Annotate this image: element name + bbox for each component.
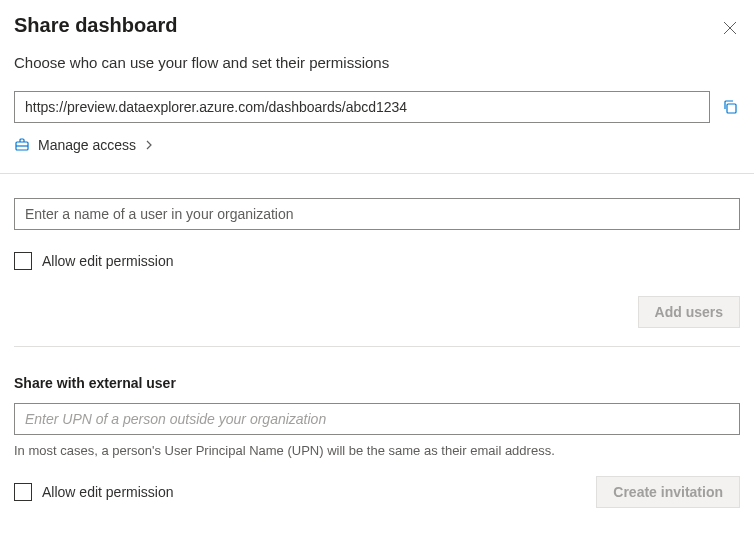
share-url-input[interactable] (14, 91, 710, 123)
internal-share-section: Allow edit permission Add users (14, 174, 740, 328)
dialog-subtitle: Choose who can use your flow and set the… (14, 54, 740, 71)
dialog-header: Share dashboard (14, 14, 740, 38)
dialog-title: Share dashboard (14, 14, 177, 37)
close-button[interactable] (720, 18, 740, 38)
create-invitation-button[interactable]: Create invitation (596, 476, 740, 508)
external-upn-input[interactable] (14, 403, 740, 435)
briefcase-icon (14, 137, 30, 153)
external-allow-edit-checkbox[interactable] (14, 483, 32, 501)
internal-allow-edit-row: Allow edit permission (14, 252, 740, 270)
external-allow-edit-row: Allow edit permission (14, 483, 174, 501)
external-heading: Share with external user (14, 375, 740, 391)
external-share-section: Share with external user In most cases, … (14, 347, 740, 508)
copy-icon (722, 99, 738, 115)
internal-allow-edit-checkbox[interactable] (14, 252, 32, 270)
svg-rect-2 (727, 104, 736, 113)
manage-access-label: Manage access (38, 137, 136, 153)
internal-button-row: Add users (14, 296, 740, 328)
manage-access-link[interactable]: Manage access (14, 137, 740, 153)
chevron-right-icon (144, 140, 154, 150)
copy-url-button[interactable] (720, 97, 740, 117)
external-bottom-row: Allow edit permission Create invitation (14, 476, 740, 508)
internal-user-input[interactable] (14, 198, 740, 230)
add-users-button[interactable]: Add users (638, 296, 740, 328)
url-row (14, 91, 740, 123)
external-allow-edit-label: Allow edit permission (42, 484, 174, 500)
external-helper-text: In most cases, a person's User Principal… (14, 443, 740, 458)
share-dashboard-dialog: Share dashboard Choose who can use your … (0, 0, 754, 538)
close-icon (723, 21, 737, 35)
internal-allow-edit-label: Allow edit permission (42, 253, 174, 269)
